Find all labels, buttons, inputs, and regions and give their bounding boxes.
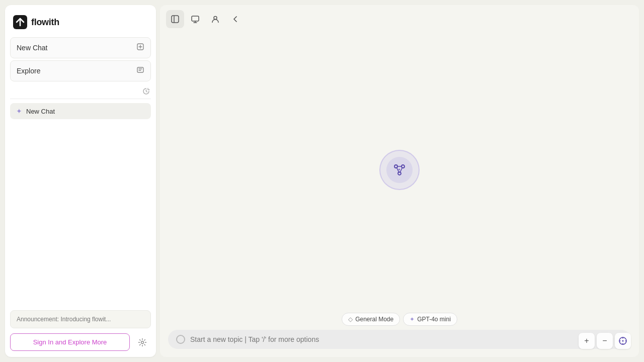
main-bottom: ◇ General Mode ✦ GPT-4o mini xyxy=(160,307,639,357)
general-mode-icon: ◇ xyxy=(348,316,353,323)
history-icon[interactable] xyxy=(142,87,150,97)
sidebar-footer: Announcement: Introducing flowit... Sign… xyxy=(10,310,151,351)
chat-input-container xyxy=(168,330,631,349)
announcement-bar[interactable]: Announcement: Introducing flowit... xyxy=(10,310,151,328)
new-chat-icon xyxy=(136,43,144,53)
collapse-button[interactable] xyxy=(226,10,245,28)
mode-pills: ◇ General Mode ✦ GPT-4o mini xyxy=(168,313,631,326)
announcement-text: Announcement: Introducing flowit... xyxy=(17,316,111,323)
new-chat-label: New Chat xyxy=(17,44,47,52)
sidebar-item-explore[interactable]: Explore xyxy=(10,60,151,81)
footer-actions: Sign In and Explore More xyxy=(10,333,151,351)
svg-text:+: + xyxy=(398,167,400,172)
settings-button[interactable] xyxy=(134,334,151,351)
logo-text: flowith xyxy=(31,17,59,28)
zoom-in-button[interactable]: + xyxy=(579,333,595,349)
general-mode-pill[interactable]: ◇ General Mode xyxy=(342,313,400,326)
svg-rect-4 xyxy=(172,16,179,23)
bottom-right-controls: + − xyxy=(579,333,631,349)
app-container: flowith New Chat Explore xyxy=(0,0,644,362)
svg-point-9 xyxy=(398,172,401,175)
workflow-svg-icon: + xyxy=(392,163,407,177)
compass-button[interactable] xyxy=(615,333,631,349)
screen-button[interactable] xyxy=(186,10,204,28)
svg-point-3 xyxy=(141,341,144,343)
active-chat-label: New Chat xyxy=(26,108,55,115)
explore-icon xyxy=(136,66,144,76)
workflow-icon-inner: + xyxy=(386,157,413,183)
sidebar-toggle-button[interactable] xyxy=(166,10,184,28)
person-button[interactable] xyxy=(206,10,224,28)
main-center: + xyxy=(160,33,639,307)
history-divider xyxy=(10,85,151,99)
svg-point-12 xyxy=(622,340,624,342)
chat-input[interactable] xyxy=(190,335,623,343)
gpt-model-pill[interactable]: ✦ GPT-4o mini xyxy=(403,313,457,326)
sign-in-button[interactable]: Sign In and Explore More xyxy=(10,333,130,351)
active-chat-item[interactable]: ✦ New Chat xyxy=(10,103,151,119)
general-mode-label: General Mode xyxy=(355,316,393,323)
sidebar-nav: New Chat Explore xyxy=(10,37,151,81)
gpt-model-icon: ✦ xyxy=(410,316,415,323)
logo-area: flowith xyxy=(10,11,151,37)
svg-point-6 xyxy=(214,17,217,20)
sidebar: flowith New Chat Explore xyxy=(5,5,156,357)
chat-input-indicator xyxy=(176,335,185,344)
svg-rect-5 xyxy=(192,16,199,21)
svg-rect-2 xyxy=(137,67,143,72)
chat-item-icon: ✦ xyxy=(16,107,22,115)
workflow-icon-container[interactable]: + xyxy=(379,150,420,190)
zoom-out-button[interactable]: − xyxy=(597,333,613,349)
logo-icon xyxy=(13,15,27,29)
main-toolbar xyxy=(160,5,639,33)
main-content: + ◇ General Mode ✦ GPT-4o mini xyxy=(160,5,639,357)
gpt-model-label: GPT-4o mini xyxy=(417,316,451,323)
explore-label: Explore xyxy=(17,67,40,75)
sidebar-item-new-chat[interactable]: New Chat xyxy=(10,37,151,58)
